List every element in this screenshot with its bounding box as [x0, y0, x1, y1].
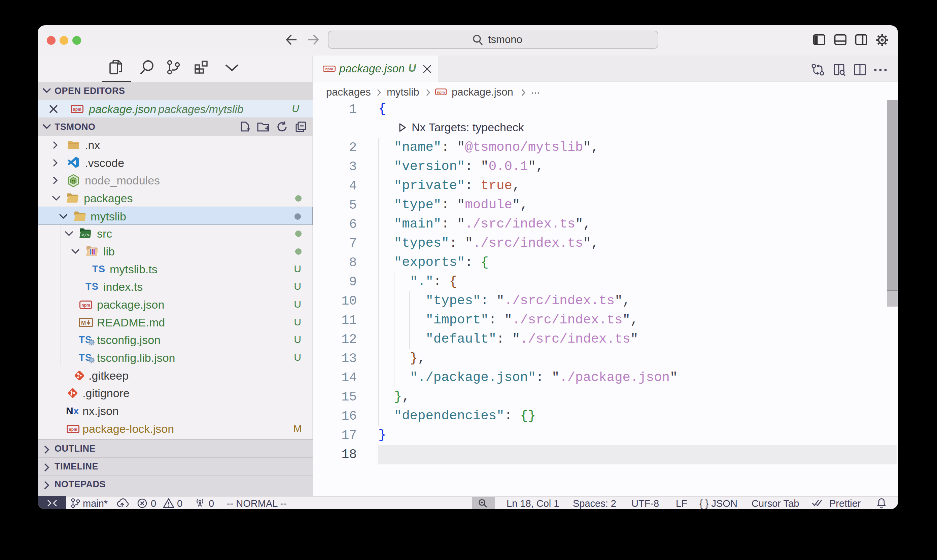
svg-text:</>: </>: [82, 233, 89, 238]
svg-text:M: M: [81, 320, 86, 326]
svg-text:npm: npm: [73, 107, 81, 112]
svg-text:npm: npm: [325, 67, 333, 71]
svg-text:JS: JS: [71, 179, 75, 183]
svg-text:npm: npm: [69, 427, 77, 432]
svg-text:npm: npm: [437, 90, 445, 94]
svg-text:npm: npm: [82, 303, 90, 308]
